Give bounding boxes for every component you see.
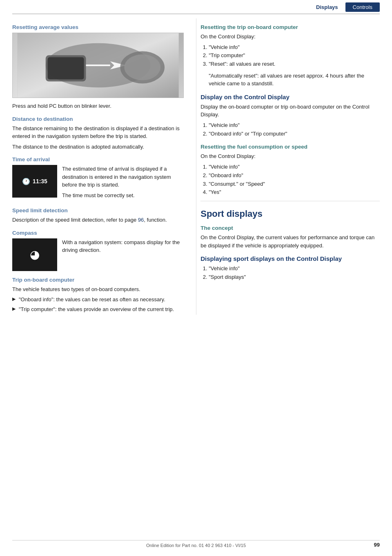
tab-controls[interactable]: Controls bbox=[345, 2, 380, 12]
main-content: Resetting average values bbox=[0, 18, 392, 315]
reset-fuel-item-2: "Onboard info" bbox=[209, 171, 380, 180]
bullet-arrow-1: ▶ bbox=[12, 296, 16, 302]
svg-rect-6 bbox=[86, 64, 110, 66]
section-reset-trip-title: Resetting the trip on-board computer bbox=[200, 24, 380, 30]
arrival-p1: The estimated time of arrival is display… bbox=[62, 165, 184, 189]
bullet-arrow-2: ▶ bbox=[12, 306, 16, 311]
bullet-trip-computer: ▶ "Trip computer": the values provide an… bbox=[12, 305, 184, 314]
reset-fuel-item-4: "Yes" bbox=[209, 188, 380, 197]
section2-p1: The distance remaining to the destinatio… bbox=[12, 125, 184, 140]
compass-display-box: ◕ bbox=[12, 238, 57, 271]
section-reset-fuel-title: Resetting the fuel consumption or speed bbox=[200, 144, 380, 150]
arrival-section: 🕐 11:35 The estimated time of arrival is… bbox=[12, 165, 184, 202]
page-header: Displays Controls bbox=[12, 0, 380, 14]
arrival-text: The estimated time of arrival is display… bbox=[62, 165, 184, 202]
svg-point-8 bbox=[124, 54, 160, 80]
compass-icon: ◕ bbox=[30, 248, 40, 261]
section-divider bbox=[200, 201, 380, 201]
concept-title: The concept bbox=[200, 225, 380, 231]
car-mirror-image bbox=[12, 33, 184, 98]
bullet-text-1: "Onboard info": the values can be reset … bbox=[19, 296, 184, 304]
reset-fuel-item-3: "Consumpt." or "Speed" bbox=[209, 180, 380, 189]
section-distance-title: Distance to destination bbox=[12, 116, 184, 122]
section-resetting-avg-title: Resetting average values bbox=[12, 24, 184, 30]
bullet-onboard-info: ▶ "Onboard info": the values can be rese… bbox=[12, 296, 184, 304]
left-column: Resetting average values bbox=[12, 18, 196, 315]
arrival-p2: The time must be correctly set. bbox=[62, 191, 184, 200]
clock-icon: 🕐 bbox=[22, 178, 30, 185]
displaying-sport-title: Displaying sport displays on the Control… bbox=[200, 255, 380, 262]
compass-p: With a navigation system: compass displa… bbox=[62, 238, 184, 254]
section2-p2: The distance to the destination is adopt… bbox=[12, 143, 184, 151]
display-control-p: Display the on-board comupter or trip on… bbox=[200, 103, 380, 119]
reset-fuel-list: "Vehicle info" "Onboard info" "Consumpt.… bbox=[209, 163, 380, 197]
display-control-item-2: "Onboard info" or "Trip computer" bbox=[209, 130, 380, 138]
displaying-sport-item-2: "Sport displays" bbox=[209, 273, 380, 282]
section-compass-title: Compass bbox=[12, 230, 184, 236]
reset-fuel-item-1: "Vehicle info" bbox=[209, 163, 380, 171]
sport-displays-title: Sport displays bbox=[200, 209, 380, 219]
section-speed-limit-title: Speed limit detection bbox=[12, 207, 184, 214]
footer-text: Online Edition for Part no. 01 40 2 963 … bbox=[146, 543, 246, 548]
sport-displays-section: Sport displays The concept On the Contro… bbox=[200, 209, 380, 282]
reset-trip-intro: On the Control Display: bbox=[200, 33, 380, 41]
section-trip-computer-title: Trip on-board computer bbox=[12, 277, 184, 283]
section1-caption: Press and hold PC button on blinker leve… bbox=[12, 102, 184, 110]
display-control-list: "Vehicle info" "Onboard info" or "Trip c… bbox=[209, 121, 380, 138]
compass-text: With a navigation system: compass displa… bbox=[62, 238, 184, 257]
tab-displays[interactable]: Displays bbox=[309, 2, 345, 12]
section6-p: The vehicle features two types of on-boa… bbox=[12, 285, 184, 294]
displaying-sport-list: "Vehicle info" "Sport displays" bbox=[209, 265, 380, 282]
header-tabs: Displays Controls bbox=[309, 2, 380, 12]
reset-trip-list: "Vehicle info" "Trip computer" "Reset": … bbox=[209, 43, 380, 69]
reset-trip-note: "Automatically reset": all values are re… bbox=[209, 72, 380, 88]
section4-p: Description of the speed limit detection… bbox=[12, 216, 184, 224]
svg-rect-4 bbox=[48, 57, 84, 79]
section-arrival-title: Time of arrival bbox=[12, 156, 184, 162]
page-link-96[interactable]: 96 bbox=[138, 217, 144, 223]
clock-display-box: 🕐 11:35 bbox=[12, 165, 57, 198]
reset-trip-item-2: "Trip computer" bbox=[209, 51, 380, 60]
page-number: 99 bbox=[374, 542, 380, 548]
reset-fuel-intro: On the Control Display: bbox=[200, 152, 380, 160]
reset-trip-item-3: "Reset": all values are reset. bbox=[209, 60, 380, 69]
compass-section: ◕ With a navigation system: compass disp… bbox=[12, 238, 184, 271]
display-control-item-1: "Vehicle info" bbox=[209, 121, 380, 130]
reset-trip-item-1: "Vehicle info" bbox=[209, 43, 380, 52]
clock-time: 11:35 bbox=[33, 178, 47, 185]
right-column: Resetting the trip on-board computer On … bbox=[196, 18, 380, 315]
concept-p: On the Control Display, the current valu… bbox=[200, 234, 380, 249]
bullet-text-2: "Trip computer": the values provide an o… bbox=[19, 305, 184, 314]
displaying-sport-item-1: "Vehicle info" bbox=[209, 265, 380, 273]
section-display-control-title: Display on the Control Display bbox=[200, 93, 380, 100]
